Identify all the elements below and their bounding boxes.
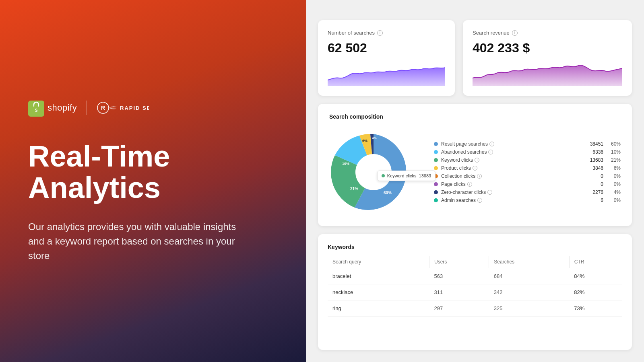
searches-info-icon[interactable]: i <box>377 30 383 36</box>
pie-chart: Keyword clicks 13683 60% 21% 10% 6% 4% <box>329 128 418 216</box>
legend-info-icon[interactable]: i <box>475 158 479 162</box>
right-panel: Number of searches i 62 502 <box>306 0 644 362</box>
legend-dot <box>434 142 438 146</box>
legend-info-icon[interactable]: i <box>477 198 482 203</box>
legend-row: Result page searches i 38451 60% <box>434 141 621 147</box>
legend-pct: 4% <box>607 189 621 195</box>
shopify-logo: S shopify <box>28 99 77 117</box>
main-heading: Real-Time Analytics <box>28 141 278 203</box>
legend-dot <box>434 166 438 170</box>
tooltip-value: 13683 <box>419 173 431 178</box>
logo-divider <box>87 101 87 115</box>
table-row: ring 297 325 73% <box>328 300 622 317</box>
svg-text:RAPID SEARCH: RAPID SEARCH <box>120 105 149 111</box>
legend-label: Zero-character clicks i <box>441 189 582 195</box>
searches-card-value: 62 502 <box>328 41 445 56</box>
cell-searches: 684 <box>489 268 569 284</box>
rapid-logo: R RAPID SEARCH <box>97 101 149 114</box>
svg-text:R: R <box>101 105 105 111</box>
legend-label: Product clicks i <box>441 165 582 171</box>
legend-pct: 21% <box>607 157 621 163</box>
legend-value: 38451 <box>585 141 603 147</box>
shopify-label: shopify <box>47 103 77 113</box>
col-searches: Searches <box>489 256 569 268</box>
rapid-search-icon: R RAPID SEARCH <box>97 101 149 114</box>
legend-pct: 0% <box>607 197 621 203</box>
legend-value: 6 <box>585 197 603 203</box>
pie-tooltip: Keyword clicks 13683 <box>377 171 436 181</box>
cell-ctr: 82% <box>569 284 622 300</box>
composition-body: Keyword clicks 13683 60% 21% 10% 6% 4% R… <box>329 128 621 216</box>
legend-label: Keyword clicks i <box>441 157 582 163</box>
keywords-table: Search query Users Searches CTR bracelet… <box>328 256 622 317</box>
legend-info-icon[interactable]: i <box>489 142 494 146</box>
legend-value: 6336 <box>585 149 603 155</box>
svg-text:4%: 4% <box>372 136 377 140</box>
legend-table: Result page searches i 38451 60% Abandon… <box>434 141 621 203</box>
legend-value: 0 <box>585 181 603 187</box>
svg-text:S: S <box>35 108 38 113</box>
legend-row: Zero-character clicks i 2276 4% <box>434 189 621 195</box>
searches-sparkline <box>328 62 445 86</box>
cell-query: ring <box>328 300 429 317</box>
table-row: bracelet 563 684 84% <box>328 268 622 284</box>
table-row: necklace 311 342 82% <box>328 284 622 300</box>
legend-label: Collection clicks i <box>441 173 582 179</box>
keywords-thead: Search query Users Searches CTR <box>328 256 622 268</box>
legend-info-icon[interactable]: i <box>473 166 477 171</box>
legend-row: Product clicks i 3846 6% <box>434 165 621 171</box>
revenue-sparkline <box>473 62 622 86</box>
legend-info-icon[interactable]: i <box>467 182 472 187</box>
searches-card-title: Number of searches i <box>328 30 445 36</box>
legend-label: Result page searches i <box>441 141 582 147</box>
revenue-card-value: 402 233 $ <box>473 41 622 56</box>
legend-pct: 60% <box>607 141 621 147</box>
svg-text:10%: 10% <box>342 162 349 166</box>
legend-pct: 0% <box>607 181 621 187</box>
legend-value: 2276 <box>585 189 603 195</box>
col-ctr: CTR <box>569 256 622 268</box>
tooltip-label: Keyword clicks <box>387 173 417 178</box>
legend-pct: 0% <box>607 173 621 179</box>
legend-info-icon[interactable]: i <box>477 174 482 179</box>
keywords-header-row: Search query Users Searches CTR <box>328 256 622 268</box>
composition-title: Search composition <box>329 113 621 120</box>
legend-info-icon[interactable]: i <box>487 190 492 195</box>
legend-pct: 10% <box>607 149 621 155</box>
col-users: Users <box>429 256 489 268</box>
sub-text: Our analytics provides you with valuable… <box>28 220 254 263</box>
cell-users: 563 <box>429 268 489 284</box>
legend-pct: 6% <box>607 165 621 171</box>
cell-searches: 342 <box>489 284 569 300</box>
tooltip-dot <box>382 174 385 177</box>
svg-text:60%: 60% <box>384 191 392 195</box>
keywords-tbody: bracelet 563 684 84% necklace 311 342 82… <box>328 268 622 317</box>
cell-ctr: 84% <box>569 268 622 284</box>
legend-row: Page clicks i 0 0% <box>434 181 621 187</box>
legend-value: 0 <box>585 173 603 179</box>
keywords-card: Keywords Search query Users Searches CTR… <box>318 234 632 350</box>
legend-label: Abandoned searches i <box>441 149 582 155</box>
legend-dot <box>434 198 438 202</box>
cell-users: 311 <box>429 284 489 300</box>
legend-label: Page clicks i <box>441 181 582 187</box>
legend-dot <box>434 150 438 154</box>
col-search-query: Search query <box>328 256 429 268</box>
left-panel: S shopify R RAPID SEARCH Real-Time Analy… <box>0 0 306 362</box>
legend-info-icon[interactable]: i <box>488 150 493 154</box>
legend-dot <box>434 190 438 194</box>
legend-label: Admin searches i <box>441 197 582 203</box>
top-cards: Number of searches i 62 502 <box>318 20 632 96</box>
cell-ctr: 73% <box>569 300 622 317</box>
cell-searches: 325 <box>489 300 569 317</box>
cell-query: necklace <box>328 284 429 300</box>
legend-row: Admin searches i 6 0% <box>434 197 621 203</box>
legend-dot <box>434 182 438 186</box>
revenue-card: Search revenue i 402 233 $ <box>463 20 632 96</box>
cell-users: 297 <box>429 300 489 317</box>
legend-dot <box>434 158 438 162</box>
svg-text:6%: 6% <box>362 139 367 143</box>
revenue-info-icon[interactable]: i <box>512 30 518 36</box>
revenue-card-title: Search revenue i <box>473 30 622 36</box>
legend-row: Collection clicks i 0 0% <box>434 173 621 179</box>
